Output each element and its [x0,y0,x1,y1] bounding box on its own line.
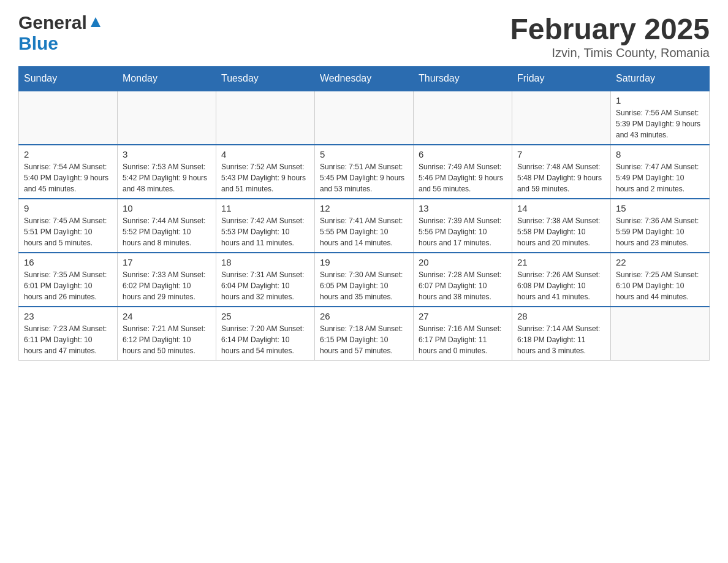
day-info: Sunrise: 7:41 AM Sunset: 5:55 PM Dayligh… [320,215,408,248]
calendar-cell [19,91,118,145]
day-info: Sunrise: 7:16 AM Sunset: 6:17 PM Dayligh… [419,323,507,356]
day-info: Sunrise: 7:49 AM Sunset: 5:46 PM Dayligh… [419,161,507,194]
calendar-cell: 20Sunrise: 7:28 AM Sunset: 6:07 PM Dayli… [414,253,512,307]
calendar-cell: 14Sunrise: 7:38 AM Sunset: 5:58 PM Dayli… [512,199,611,253]
day-number: 20 [419,257,507,267]
day-info: Sunrise: 7:44 AM Sunset: 5:52 PM Dayligh… [123,215,211,248]
day-number: 28 [517,311,605,321]
day-info: Sunrise: 7:36 AM Sunset: 5:59 PM Dayligh… [616,215,704,248]
calendar-cell: 7Sunrise: 7:48 AM Sunset: 5:48 PM Daylig… [512,145,611,199]
weekday-header-sunday: Sunday [19,67,118,91]
day-number: 22 [616,257,704,267]
calendar-cell: 24Sunrise: 7:21 AM Sunset: 6:12 PM Dayli… [118,307,216,361]
day-info: Sunrise: 7:35 AM Sunset: 6:01 PM Dayligh… [24,269,112,302]
day-info: Sunrise: 7:54 AM Sunset: 5:40 PM Dayligh… [24,161,112,194]
day-info: Sunrise: 7:52 AM Sunset: 5:43 PM Dayligh… [221,161,309,194]
day-number: 16 [24,257,112,267]
calendar-cell [118,91,216,145]
calendar-cell: 22Sunrise: 7:25 AM Sunset: 6:10 PM Dayli… [611,253,710,307]
day-number: 4 [221,149,309,159]
calendar-cell: 6Sunrise: 7:49 AM Sunset: 5:46 PM Daylig… [414,145,512,199]
day-info: Sunrise: 7:33 AM Sunset: 6:02 PM Dayligh… [123,269,211,302]
calendar-cell: 16Sunrise: 7:35 AM Sunset: 6:01 PM Dayli… [19,253,118,307]
calendar-cell: 1Sunrise: 7:56 AM Sunset: 5:39 PM Daylig… [611,91,710,145]
weekday-header-row: SundayMondayTuesdayWednesdayThursdayFrid… [19,67,710,91]
day-number: 12 [320,203,408,213]
month-title: February 2025 [510,12,710,46]
day-info: Sunrise: 7:21 AM Sunset: 6:12 PM Dayligh… [123,323,211,356]
calendar-cell [512,91,611,145]
day-number: 18 [221,257,309,267]
calendar-week-row: 23Sunrise: 7:23 AM Sunset: 6:11 PM Dayli… [19,307,710,361]
day-number: 2 [24,149,112,159]
day-info: Sunrise: 7:18 AM Sunset: 6:15 PM Dayligh… [320,323,408,356]
title-section: February 2025 Izvin, Timis County, Roman… [510,12,710,60]
calendar-cell: 19Sunrise: 7:30 AM Sunset: 6:05 PM Dayli… [315,253,414,307]
logo-triangle-icon [89,16,102,31]
calendar-cell: 5Sunrise: 7:51 AM Sunset: 5:45 PM Daylig… [315,145,414,199]
day-info: Sunrise: 7:26 AM Sunset: 6:08 PM Dayligh… [517,269,605,302]
page-header: General Blue February 2025 Izvin, Timis … [18,12,710,60]
day-info: Sunrise: 7:51 AM Sunset: 5:45 PM Dayligh… [320,161,408,194]
day-info: Sunrise: 7:28 AM Sunset: 6:07 PM Dayligh… [419,269,507,302]
location-text: Izvin, Timis County, Romania [510,46,710,60]
day-number: 14 [517,203,605,213]
day-number: 8 [616,149,704,159]
calendar-week-row: 1Sunrise: 7:56 AM Sunset: 5:39 PM Daylig… [19,91,710,145]
calendar-cell: 12Sunrise: 7:41 AM Sunset: 5:55 PM Dayli… [315,199,414,253]
day-info: Sunrise: 7:14 AM Sunset: 6:18 PM Dayligh… [517,323,605,356]
day-number: 9 [24,203,112,213]
weekday-header-tuesday: Tuesday [216,67,315,91]
calendar-cell: 11Sunrise: 7:42 AM Sunset: 5:53 PM Dayli… [216,199,315,253]
day-info: Sunrise: 7:30 AM Sunset: 6:05 PM Dayligh… [320,269,408,302]
weekday-header-monday: Monday [118,67,216,91]
calendar-cell: 10Sunrise: 7:44 AM Sunset: 5:52 PM Dayli… [118,199,216,253]
day-info: Sunrise: 7:23 AM Sunset: 6:11 PM Dayligh… [24,323,112,356]
day-number: 19 [320,257,408,267]
day-number: 7 [517,149,605,159]
calendar-cell: 8Sunrise: 7:47 AM Sunset: 5:49 PM Daylig… [611,145,710,199]
weekday-header-wednesday: Wednesday [315,67,414,91]
calendar-cell [216,91,315,145]
weekday-header-thursday: Thursday [414,67,512,91]
day-info: Sunrise: 7:20 AM Sunset: 6:14 PM Dayligh… [221,323,309,356]
day-number: 26 [320,311,408,321]
calendar-cell: 4Sunrise: 7:52 AM Sunset: 5:43 PM Daylig… [216,145,315,199]
day-number: 10 [123,203,211,213]
calendar-cell: 3Sunrise: 7:53 AM Sunset: 5:42 PM Daylig… [118,145,216,199]
calendar-cell: 9Sunrise: 7:45 AM Sunset: 5:51 PM Daylig… [19,199,118,253]
calendar-cell: 26Sunrise: 7:18 AM Sunset: 6:15 PM Dayli… [315,307,414,361]
day-number: 23 [24,311,112,321]
day-info: Sunrise: 7:38 AM Sunset: 5:58 PM Dayligh… [517,215,605,248]
calendar-cell [611,307,710,361]
calendar-cell: 17Sunrise: 7:33 AM Sunset: 6:02 PM Dayli… [118,253,216,307]
day-info: Sunrise: 7:25 AM Sunset: 6:10 PM Dayligh… [616,269,704,302]
weekday-header-friday: Friday [512,67,611,91]
calendar-cell: 28Sunrise: 7:14 AM Sunset: 6:18 PM Dayli… [512,307,611,361]
day-number: 24 [123,311,211,321]
calendar-table: SundayMondayTuesdayWednesdayThursdayFrid… [18,66,710,361]
day-number: 1 [616,95,704,105]
day-number: 11 [221,203,309,213]
calendar-cell: 15Sunrise: 7:36 AM Sunset: 5:59 PM Dayli… [611,199,710,253]
day-number: 13 [419,203,507,213]
day-info: Sunrise: 7:31 AM Sunset: 6:04 PM Dayligh… [221,269,309,302]
day-number: 3 [123,149,211,159]
svg-marker-0 [91,17,100,27]
day-number: 15 [616,203,704,213]
day-number: 27 [419,311,507,321]
calendar-week-row: 2Sunrise: 7:54 AM Sunset: 5:40 PM Daylig… [19,145,710,199]
calendar-cell: 18Sunrise: 7:31 AM Sunset: 6:04 PM Dayli… [216,253,315,307]
day-info: Sunrise: 7:47 AM Sunset: 5:49 PM Dayligh… [616,161,704,194]
logo: General Blue [18,12,102,54]
day-info: Sunrise: 7:56 AM Sunset: 5:39 PM Dayligh… [616,107,704,140]
day-number: 17 [123,257,211,267]
calendar-cell [414,91,512,145]
calendar-week-row: 9Sunrise: 7:45 AM Sunset: 5:51 PM Daylig… [19,199,710,253]
day-number: 5 [320,149,408,159]
calendar-cell: 21Sunrise: 7:26 AM Sunset: 6:08 PM Dayli… [512,253,611,307]
day-info: Sunrise: 7:45 AM Sunset: 5:51 PM Dayligh… [24,215,112,248]
logo-general-text: General [18,12,87,33]
weekday-header-saturday: Saturday [611,67,710,91]
calendar-cell: 13Sunrise: 7:39 AM Sunset: 5:56 PM Dayli… [414,199,512,253]
